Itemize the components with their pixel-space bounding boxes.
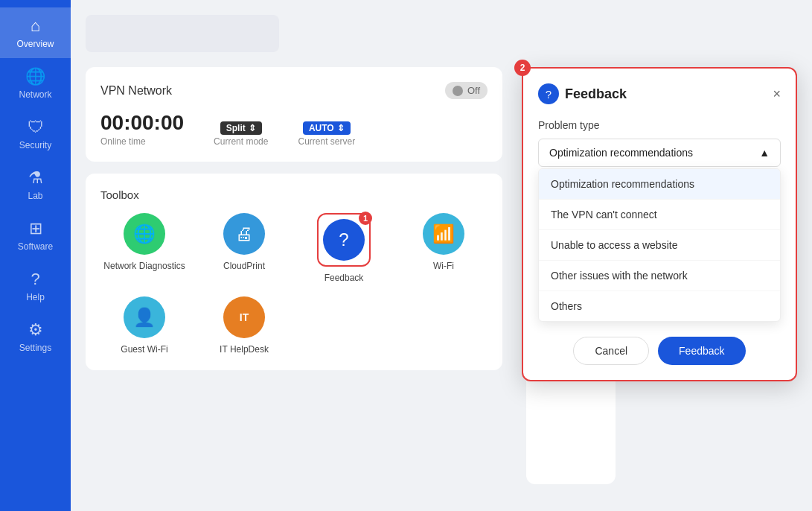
sidebar-item-network[interactable]: 🌐 Network: [0, 58, 71, 109]
sidebar-item-security[interactable]: 🛡 Security: [0, 109, 71, 159]
settings-icon: ⚙: [28, 320, 43, 340]
dropdown-arrow-icon: ▲: [759, 147, 770, 159]
dialog-title-row: ? Feedback: [538, 83, 627, 104]
sidebar: ⌂ Overview 🌐 Network 🛡 Security ⚗ Lab ⊞ …: [0, 0, 71, 511]
sidebar-item-label: Settings: [19, 343, 51, 353]
dialog-title: Feedback: [565, 86, 627, 102]
sidebar-item-software[interactable]: ⊞ Software: [0, 210, 71, 261]
dropdown-option-2[interactable]: Unable to access a website: [539, 230, 780, 261]
security-icon: 🛡: [28, 118, 44, 137]
dropdown-option-1[interactable]: The VPN can't connect: [539, 200, 780, 230]
dialog-header: ? Feedback ×: [538, 83, 781, 104]
sidebar-item-settings[interactable]: ⚙ Settings: [0, 311, 71, 362]
sidebar-item-label: Overview: [16, 39, 54, 49]
sidebar-item-label: Security: [19, 140, 51, 150]
selected-option-text: Optimization recommendations: [549, 147, 693, 159]
sidebar-item-label: Network: [19, 89, 51, 100]
dialog-overlay: 2 ? Feedback × Problem type Optimization…: [86, 67, 797, 484]
feedback-submit-button[interactable]: Feedback: [658, 337, 745, 365]
network-icon: 🌐: [25, 67, 45, 86]
dialog-footer: Cancel Feedback: [538, 337, 781, 365]
avatar: [86, 15, 279, 52]
sidebar-item-label: Help: [26, 292, 45, 302]
sidebar-item-label: Lab: [28, 191, 42, 201]
dialog-badge: 2: [514, 60, 531, 76]
software-icon: ⊞: [29, 219, 42, 238]
help-icon: ?: [31, 270, 39, 289]
sidebar-item-lab[interactable]: ⚗ Lab: [0, 159, 71, 210]
lab-icon: ⚗: [28, 168, 43, 188]
overview-icon: ⌂: [31, 16, 40, 36]
sidebar-item-help[interactable]: ? Help: [0, 261, 71, 311]
main-content: VPN Network Off 00:00:00 Online time Spl…: [71, 0, 812, 511]
dropdown-option-3[interactable]: Other issues with the network: [539, 261, 780, 291]
dropdown-option-0[interactable]: Optimization recommendations: [539, 169, 780, 200]
dropdown-selected[interactable]: Optimization recommendations ▲: [538, 139, 781, 167]
feedback-dialog: 2 ? Feedback × Problem type Optimization…: [522, 67, 797, 381]
dropdown-option-4[interactable]: Others: [539, 291, 780, 321]
close-icon[interactable]: ×: [773, 86, 781, 102]
sidebar-item-overview[interactable]: ⌂ Overview: [0, 7, 71, 58]
sidebar-item-label: Software: [18, 241, 53, 252]
avatar-area: [86, 15, 797, 52]
problem-type-label: Problem type: [538, 119, 781, 131]
cancel-button[interactable]: Cancel: [573, 337, 649, 365]
dialog-icon: ?: [538, 83, 559, 104]
dropdown-menu: Optimization recommendations The VPN can…: [538, 168, 781, 322]
